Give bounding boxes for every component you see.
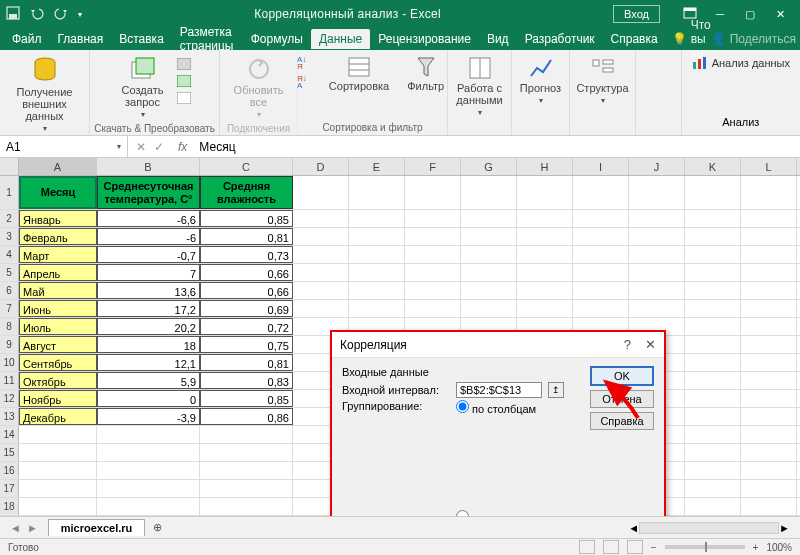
cell[interactable]: Июль xyxy=(19,318,97,335)
sort-button[interactable]: Сортировка xyxy=(325,54,393,94)
cell[interactable] xyxy=(461,246,517,263)
cell[interactable] xyxy=(685,480,741,497)
cell[interactable] xyxy=(405,210,461,227)
cell[interactable] xyxy=(741,282,797,299)
close-icon[interactable]: ✕ xyxy=(645,337,656,352)
dialog-titlebar[interactable]: Корреляция ? ✕ xyxy=(332,332,664,358)
cell[interactable] xyxy=(741,390,797,407)
add-sheet-icon[interactable]: ⊕ xyxy=(145,521,170,534)
zoom-in-icon[interactable]: + xyxy=(753,542,759,553)
cell[interactable] xyxy=(685,462,741,479)
tab-formulas[interactable]: Формулы xyxy=(243,29,311,49)
spreadsheet-grid[interactable]: A B C D E F G H I J K L 1 Месяц Среднесу… xyxy=(0,158,800,518)
tab-insert[interactable]: Вставка xyxy=(111,29,172,49)
cell[interactable] xyxy=(685,444,741,461)
cell[interactable] xyxy=(349,300,405,317)
row-header[interactable]: 11 xyxy=(0,372,19,389)
forecast-button[interactable]: Прогноз▾ xyxy=(516,54,565,107)
cell[interactable] xyxy=(349,282,405,299)
cell[interactable] xyxy=(741,246,797,263)
cell[interactable] xyxy=(741,210,797,227)
cell[interactable] xyxy=(405,282,461,299)
formula-input[interactable]: Месяц xyxy=(193,140,800,154)
cell[interactable] xyxy=(293,228,349,245)
cell[interactable] xyxy=(573,300,629,317)
get-external-data-button[interactable]: Получение внешних данных▾ xyxy=(8,54,81,135)
row-header[interactable]: 13 xyxy=(0,408,19,425)
cell[interactable] xyxy=(405,264,461,281)
cancel-button[interactable]: Отмена xyxy=(590,390,654,408)
cell[interactable] xyxy=(741,462,797,479)
row-header[interactable]: 7 xyxy=(0,300,19,317)
cancel-formula-icon[interactable]: ✕ xyxy=(136,140,146,154)
cell[interactable] xyxy=(685,210,741,227)
cell[interactable] xyxy=(517,210,573,227)
cell[interactable]: -6 xyxy=(97,228,200,245)
cell[interactable] xyxy=(517,282,573,299)
share-button[interactable]: 👤Поделиться xyxy=(711,32,796,46)
cell[interactable]: Январь xyxy=(19,210,97,227)
close-icon[interactable]: ✕ xyxy=(766,8,794,21)
cell[interactable]: 0,69 xyxy=(200,300,293,317)
row-header[interactable]: 1 xyxy=(0,176,19,209)
cell[interactable]: Март xyxy=(19,246,97,263)
cell[interactable] xyxy=(461,264,517,281)
cell[interactable] xyxy=(629,228,685,245)
cell[interactable] xyxy=(349,176,405,209)
cell[interactable] xyxy=(573,282,629,299)
column-header[interactable]: G xyxy=(461,158,517,175)
cell[interactable] xyxy=(741,336,797,353)
tell-me[interactable]: 💡Что вы хо xyxy=(672,18,711,60)
cell[interactable] xyxy=(200,498,293,515)
row-header[interactable]: 9 xyxy=(0,336,19,353)
cell[interactable]: -0,7 xyxy=(97,246,200,263)
cell[interactable] xyxy=(405,246,461,263)
normal-view-icon[interactable] xyxy=(579,540,595,554)
cell[interactable]: 7 xyxy=(97,264,200,281)
data-tools-button[interactable]: Работа с данными▾ xyxy=(452,54,506,119)
row-header[interactable]: 6 xyxy=(0,282,19,299)
cell[interactable] xyxy=(741,480,797,497)
undo-icon[interactable] xyxy=(30,6,44,22)
cell[interactable] xyxy=(97,444,200,461)
cell[interactable] xyxy=(685,300,741,317)
row-header[interactable]: 4 xyxy=(0,246,19,263)
cell[interactable] xyxy=(629,282,685,299)
cell[interactable] xyxy=(405,300,461,317)
cell[interactable] xyxy=(405,176,461,209)
cell[interactable] xyxy=(517,176,573,209)
cell[interactable] xyxy=(517,246,573,263)
save-icon[interactable] xyxy=(6,6,20,22)
cell[interactable] xyxy=(741,176,797,209)
cell[interactable]: Средняя влажность xyxy=(200,176,293,209)
cell[interactable]: Апрель xyxy=(19,264,97,281)
cell[interactable] xyxy=(293,300,349,317)
cell[interactable] xyxy=(200,444,293,461)
help-button[interactable]: Справка xyxy=(590,412,654,430)
cell[interactable]: 5,9 xyxy=(97,372,200,389)
cell[interactable] xyxy=(349,264,405,281)
cell[interactable] xyxy=(573,246,629,263)
hscroll-right-icon[interactable]: ► xyxy=(779,522,790,534)
cell[interactable]: Среднесуточная температура, C° xyxy=(97,176,200,209)
cell[interactable]: Октябрь xyxy=(19,372,97,389)
cell[interactable] xyxy=(741,318,797,335)
row-header[interactable]: 15 xyxy=(0,444,19,461)
filter-button[interactable]: Фильтр xyxy=(403,54,448,94)
cell[interactable]: 0,86 xyxy=(200,408,293,425)
cell[interactable] xyxy=(741,354,797,371)
sort-asc-icon[interactable]: А↓Я xyxy=(297,54,315,72)
column-header[interactable]: K xyxy=(685,158,741,175)
cell[interactable]: Сентябрь xyxy=(19,354,97,371)
row-header[interactable]: 12 xyxy=(0,390,19,407)
cell[interactable]: 0,83 xyxy=(200,372,293,389)
column-header[interactable]: H xyxy=(517,158,573,175)
row-header[interactable]: 10 xyxy=(0,354,19,371)
horizontal-scrollbar[interactable] xyxy=(639,522,779,534)
cell[interactable] xyxy=(741,498,797,515)
row-header[interactable]: 3 xyxy=(0,228,19,245)
cell[interactable] xyxy=(293,210,349,227)
cell[interactable] xyxy=(685,228,741,245)
cell[interactable]: 0,66 xyxy=(200,282,293,299)
row-header[interactable]: 17 xyxy=(0,480,19,497)
